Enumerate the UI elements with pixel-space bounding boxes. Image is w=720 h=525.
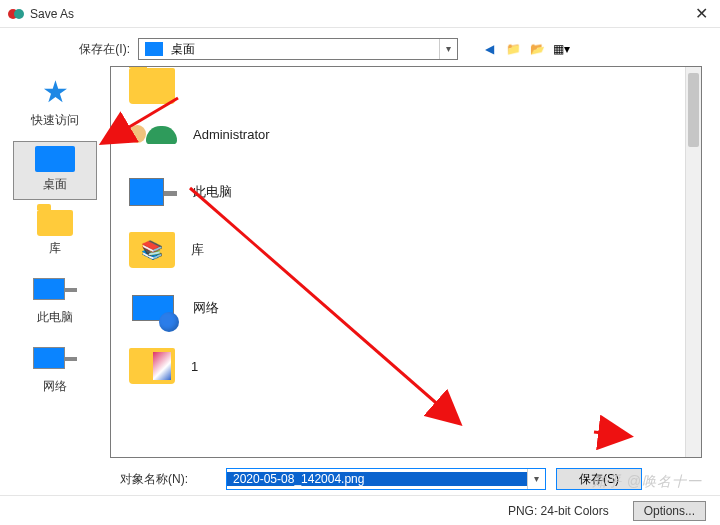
folder-icon — [129, 68, 175, 104]
lookin-row: 保存在(I): 桌面 ▾ ◀ 📁 📂 ▦▾ — [0, 28, 720, 66]
vertical-scrollbar[interactable] — [685, 67, 701, 457]
sidebar-place-desktop[interactable]: 桌面 — [13, 141, 97, 200]
back-icon[interactable]: ◀ — [480, 40, 498, 58]
file-label: Administrator — [193, 127, 270, 142]
sidebar-label: 快速访问 — [31, 112, 79, 129]
status-format: PNG: 24-bit Colors — [508, 504, 609, 518]
file-item-one[interactable]: 1 — [111, 337, 685, 395]
chevron-down-icon[interactable]: ▾ — [439, 39, 457, 59]
lookin-combo[interactable]: 桌面 ▾ — [138, 38, 458, 60]
window-title: Save As — [30, 7, 74, 21]
close-button[interactable]: ✕ — [691, 4, 712, 23]
lookin-label: 保存在(I): — [50, 41, 130, 58]
file-label: 库 — [191, 241, 204, 259]
app-icon — [8, 6, 24, 22]
desktop-icon — [145, 42, 163, 56]
sidebar-place-this-pc[interactable]: 此电脑 — [13, 269, 97, 332]
star-icon: ★ — [33, 76, 77, 108]
filename-input[interactable]: 2020-05-08_142004.png ▾ — [226, 468, 546, 490]
filename-value: 2020-05-08_142004.png — [227, 472, 527, 486]
new-folder-icon[interactable]: 📂 — [528, 40, 546, 58]
library-icon — [129, 232, 175, 268]
sidebar-label: 库 — [49, 240, 61, 257]
file-label: 网络 — [193, 299, 219, 317]
file-label: 此电脑 — [193, 183, 232, 201]
scrollbar-thumb[interactable] — [688, 73, 699, 147]
sidebar-label: 此电脑 — [37, 309, 73, 326]
file-list[interactable]: Administrator 此电脑 库 网络 1 — [111, 67, 685, 457]
view-menu-icon[interactable]: ▦▾ — [552, 40, 570, 58]
image-folder-icon — [129, 348, 175, 384]
nav-icons: ◀ 📁 📂 ▦▾ — [480, 40, 570, 58]
chevron-down-icon[interactable]: ▾ — [527, 469, 545, 489]
options-button[interactable]: Options... — [633, 501, 706, 521]
file-item-this-pc[interactable]: 此电脑 — [111, 163, 685, 221]
sidebar-label: 桌面 — [43, 176, 67, 193]
file-pane: Administrator 此电脑 库 网络 1 — [110, 66, 702, 458]
file-item-libraries[interactable]: 库 — [111, 221, 685, 279]
main-area: ★ 快速访问 桌面 库 此电脑 网络 Administra — [0, 66, 720, 458]
user-icon — [129, 112, 177, 156]
titlebar: Save As ✕ — [0, 0, 720, 28]
sidebar-place-network[interactable]: 网络 — [13, 338, 97, 401]
pc-icon — [33, 273, 77, 305]
desktop-icon — [35, 146, 75, 172]
save-button[interactable]: 保存(S) — [556, 468, 642, 490]
sidebar-place-quick-access[interactable]: ★ 快速访问 — [13, 72, 97, 135]
pc-icon — [129, 170, 177, 214]
places-sidebar: ★ 快速访问 桌面 库 此电脑 网络 — [0, 66, 110, 458]
lookin-value: 桌面 — [169, 41, 439, 58]
file-label: 1 — [191, 359, 198, 374]
svg-point-1 — [14, 9, 24, 19]
file-item-network[interactable]: 网络 — [111, 279, 685, 337]
network-icon — [33, 342, 77, 374]
file-item-folder[interactable] — [111, 67, 685, 105]
sidebar-label: 网络 — [43, 378, 67, 395]
status-bar: PNG: 24-bit Colors Options... — [0, 495, 720, 525]
sidebar-place-libraries[interactable]: 库 — [13, 206, 97, 263]
up-icon[interactable]: 📁 — [504, 40, 522, 58]
folder-icon — [37, 210, 73, 236]
filename-label: 对象名称(N): — [120, 471, 216, 488]
file-item-administrator[interactable]: Administrator — [111, 105, 685, 163]
network-icon — [129, 286, 177, 330]
